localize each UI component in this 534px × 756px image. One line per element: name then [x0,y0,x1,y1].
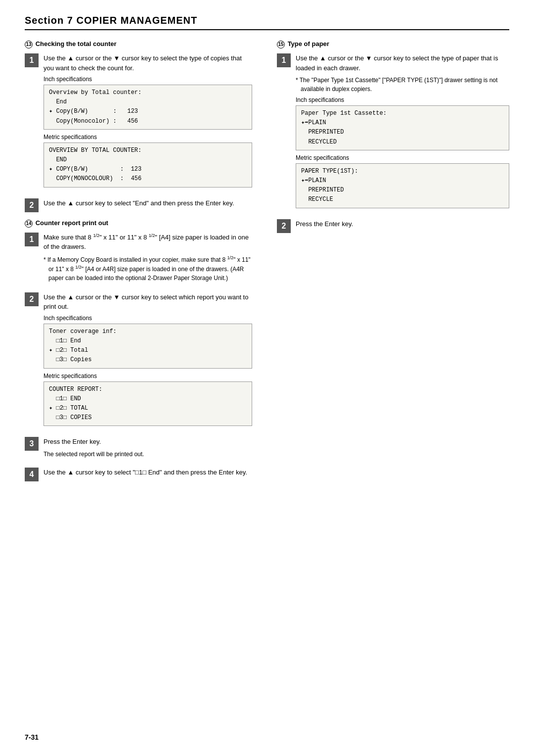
is15-line-4: RECYCLED [301,138,504,147]
step-14-num-4: 4 [25,468,39,481]
step-13-2-text: Use the ▲ cursor key to select "End" and… [44,198,252,208]
two-column-layout: 13 Checking the total counter 1 Use the … [25,40,509,488]
screen-line-4: Copy(Monocolor) : 456 [49,117,247,126]
metric-label-14: Metric specifications [44,373,252,379]
step-14-1-note: * If a Memory Copy Board is installed in… [44,255,252,283]
ms15-line-3: PREPRINTED [301,186,504,195]
ms14-line-3: ✦ □2□ TOTAL [49,404,247,413]
step-13-2: 2 Use the ▲ cursor key to select "End" a… [25,198,252,212]
is14-line-3: ✦ □2□ Total [49,346,247,355]
step-14-1: 1 Make sure that 8 1/2" x 11" or 11" x 8… [25,233,252,285]
step-15-2-text: Press the Enter key. [296,219,509,229]
subsection-14: 14 Counter report print out 1 Make sure … [25,219,252,481]
ms-line-4: COPY(MONOCOLOUR) : 456 [49,174,247,184]
step-14-3: 3 Press the Enter key. The selected repo… [25,437,252,461]
subsection-14-title: 14 Counter report print out [25,219,252,228]
metric-screen-13: OVERVIEW BY TOTAL COUNTER: END ✦ COPY(B/… [44,142,252,188]
ms14-line-1: COUNTER REPORT: [49,385,247,394]
step-14-1-text: Make sure that 8 1/2" x 11" or 11" x 8 1… [44,233,252,252]
ms-line-2: END [49,155,247,165]
step-num-2: 2 [25,198,39,212]
step-15-2: 2 Press the Enter key. [277,219,509,233]
screen-line-2: End [49,97,247,107]
inch-label-13: Inch specifications [44,76,252,83]
step-14-3-sub: The selected report will be printed out. [44,450,252,459]
circle-15: 15 [277,41,285,48]
subsection-15: 15 Type of paper 1 Use the ▲ cursor or t… [277,40,509,233]
step-14-num-1: 1 [25,233,39,246]
step-13-1-content: Use the ▲ cursor or the ▼ cursor key to … [44,53,252,191]
inch-screen-13: Overview by Total counter: End ✦ Copy(B/… [44,85,252,130]
ms14-line-4: □3□ COPIES [49,413,247,423]
section-title: Section 7 COPIER MANAGEMENT [25,15,509,30]
metric-label-15: Metric specifications [296,154,509,161]
ms-line-1: OVERVIEW BY TOTAL COUNTER: [49,146,247,155]
step-14-3-content: Press the Enter key. The selected report… [44,437,252,461]
page: Section 7 COPIER MANAGEMENT 13 Checking … [0,0,534,756]
circle-13: 13 [25,41,33,48]
is15-line-3: PREPRINTED [301,128,504,137]
subsection-15-title: 15 Type of paper [277,40,509,48]
is15-line-1: Paper Type 1st Cassette: [301,109,504,118]
is14-line-2: □1□ End [49,336,247,346]
inch-label-15: Inch specifications [296,96,509,103]
step-14-2-content: Use the ▲ cursor or the ▼ cursor key to … [44,292,252,430]
step-15-num-1: 1 [277,53,291,67]
ms14-line-2: □1□ END [49,394,247,404]
metric-screen-15: PAPER TYPE(1ST): ✦➡PLAIN PREPRINTED RECY… [296,163,509,208]
step-15-1-note: * The "Paper Type 1st Cassette" ["PAPER … [296,76,509,94]
left-column: 13 Checking the total counter 1 Use the … [25,40,267,488]
is14-line-1: Toner coverage inf: [49,327,247,336]
step-num-1: 1 [25,53,39,67]
ms15-line-2: ✦➡PLAIN [301,176,504,186]
page-footer: 7-31 [25,733,39,741]
step-13-2-content: Use the ▲ cursor key to select "End" and… [44,198,252,211]
inch-screen-14: Toner coverage inf: □1□ End ✦ □2□ Total … [44,324,252,369]
metric-screen-14: COUNTER REPORT: □1□ END ✦ □2□ TOTAL □3□ … [44,381,252,426]
step-14-4: 4 Use the ▲ cursor key to select "□1□ En… [25,468,252,481]
step-14-4-content: Use the ▲ cursor key to select "□1□ End"… [44,468,252,480]
right-column: 15 Type of paper 1 Use the ▲ cursor or t… [267,40,509,488]
screen-line-1: Overview by Total counter: [49,88,247,97]
step-14-num-3: 3 [25,437,39,451]
subsection-13-title: 13 Checking the total counter [25,40,252,48]
step-14-2-text: Use the ▲ cursor or the ▼ cursor key to … [44,292,252,312]
inch-label-14: Inch specifications [44,315,252,322]
step-13-1: 1 Use the ▲ cursor or the ▼ cursor key t… [25,53,252,191]
metric-label-13: Metric specifications [44,134,252,141]
ms-line-3: ✦ COPY(B/W) : 123 [49,165,247,174]
inch-screen-15: Paper Type 1st Cassette: ✦➡PLAIN PREPRIN… [296,105,509,150]
step-15-1: 1 Use the ▲ cursor or the ▼ cursor key t… [277,53,509,212]
step-15-2-content: Press the Enter key. [296,219,509,232]
step-14-num-2: 2 [25,292,39,306]
step-15-1-content: Use the ▲ cursor or the ▼ cursor key to … [296,53,509,212]
is14-line-4: □3□ Copies [49,355,247,365]
is15-line-2: ✦➡PLAIN [301,118,504,128]
step-15-num-2: 2 [277,219,291,233]
subsection-13: 13 Checking the total counter 1 Use the … [25,40,252,212]
step-14-1-content: Make sure that 8 1/2" x 11" or 11" x 8 1… [44,233,252,285]
step-14-3-text: Press the Enter key. [44,437,252,447]
ms15-line-4: RECYCLE [301,195,504,204]
step-13-1-text: Use the ▲ cursor or the ▼ cursor key to … [44,53,252,73]
circle-14: 14 [25,220,33,228]
step-15-1-text: Use the ▲ cursor or the ▼ cursor key to … [296,53,509,73]
ms15-line-1: PAPER TYPE(1ST): [301,167,504,176]
step-14-2: 2 Use the ▲ cursor or the ▼ cursor key t… [25,292,252,430]
screen-line-3: ✦ Copy(B/W) : 123 [49,107,247,116]
step-14-4-text: Use the ▲ cursor key to select "□1□ End"… [44,468,252,477]
